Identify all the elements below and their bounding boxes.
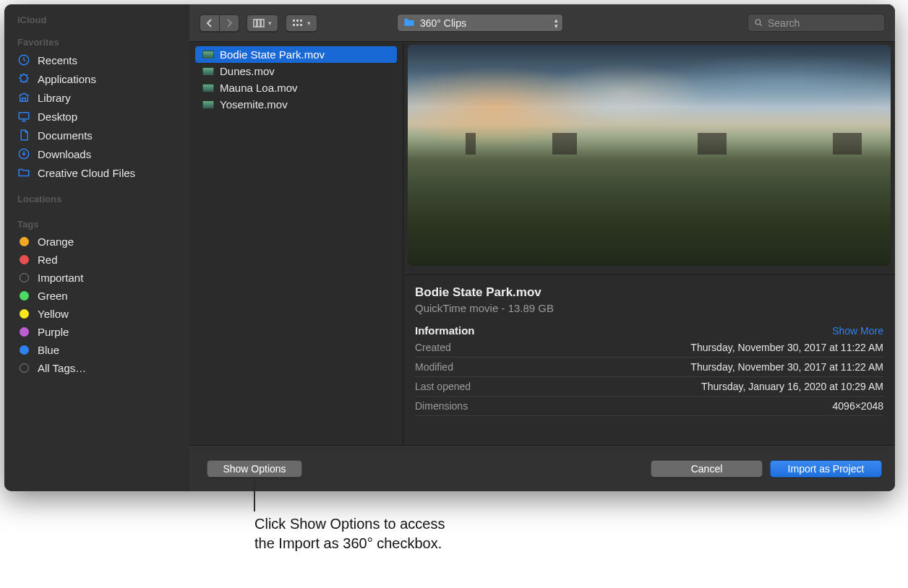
- sidebar-tag-important[interactable]: Important: [4, 269, 189, 287]
- desktop-icon: [17, 110, 30, 123]
- info-heading: Information: [415, 324, 475, 337]
- sidebar-item-label: Green: [38, 290, 68, 302]
- preview-thumbnail: [408, 45, 891, 266]
- svg-rect-4: [257, 20, 260, 27]
- dialog-footer: Show Options Cancel Import as Project: [189, 445, 895, 491]
- sidebar-tag-red[interactable]: Red: [4, 251, 189, 269]
- file-label: Mauna Loa.mov: [220, 82, 298, 94]
- sidebar-item-label: Red: [38, 254, 58, 266]
- tag-dot-icon: [17, 255, 30, 264]
- info-key: Created: [415, 338, 520, 358]
- library-icon: [17, 91, 30, 104]
- tag-dot-icon: [17, 363, 30, 373]
- file-label: Yosemite.mov: [220, 98, 288, 111]
- sidebar-tag-purple[interactable]: Purple: [4, 323, 189, 341]
- svg-rect-1: [19, 113, 29, 119]
- sidebar: iCloud Favorites Recents Applications Li…: [4, 4, 189, 491]
- svg-rect-9: [293, 24, 295, 26]
- svg-rect-10: [296, 24, 299, 26]
- content-area: Bodie State Park.movDunes.movMauna Loa.m…: [189, 42, 895, 445]
- search-placeholder: Search: [768, 17, 800, 29]
- tag-dot-icon: [17, 309, 30, 319]
- chevron-down-icon: ▾: [268, 20, 272, 27]
- sidebar-section-favorites: Favorites: [4, 33, 189, 51]
- sidebar-tag-blue[interactable]: Blue: [4, 341, 189, 359]
- back-button[interactable]: [200, 14, 219, 32]
- sidebar-section-tags: Tags: [4, 215, 189, 233]
- search-icon: [754, 18, 763, 27]
- sidebar-item-desktop[interactable]: Desktop: [4, 107, 189, 126]
- info-key: Last opened: [415, 377, 520, 397]
- show-options-button[interactable]: Show Options: [207, 460, 302, 477]
- info-row: Dimensions4096×2048: [415, 397, 883, 416]
- tag-dot-icon: [17, 345, 30, 355]
- toolbar: ▾ ▾ 360° Clips ▴▾ Search: [189, 4, 895, 42]
- folder-icon: [17, 166, 30, 179]
- sidebar-item-label: Desktop: [38, 111, 77, 123]
- import-button[interactable]: Import as Project: [770, 460, 882, 477]
- info-key: Modified: [415, 358, 520, 377]
- sidebar-item-documents[interactable]: Documents: [4, 126, 189, 144]
- sidebar-item-label: Yellow: [38, 308, 69, 320]
- info-row: ModifiedThursday, November 30, 2017 at 1…: [415, 358, 883, 377]
- callout-leader-line: [254, 480, 255, 511]
- tag-dot-icon: [17, 291, 30, 301]
- tag-dot-icon: [17, 327, 30, 337]
- downloads-icon: [17, 147, 30, 160]
- tag-dot-icon: [17, 237, 30, 246]
- sidebar-item-label: Orange: [38, 235, 74, 248]
- clock-icon: [17, 53, 30, 66]
- file-row[interactable]: Bodie State Park.mov: [195, 46, 397, 63]
- sidebar-tag-orange[interactable]: Orange: [4, 233, 189, 251]
- sidebar-item-library[interactable]: Library: [4, 88, 189, 107]
- sidebar-item-label: Downloads: [38, 148, 91, 160]
- file-row[interactable]: Mauna Loa.mov: [195, 79, 397, 96]
- sidebar-item-label: Purple: [38, 326, 69, 338]
- updown-icon: ▴▾: [554, 17, 558, 29]
- arrange-button[interactable]: ▾: [286, 14, 317, 32]
- sidebar-item-label: Blue: [38, 344, 59, 356]
- view-mode-button[interactable]: ▾: [247, 14, 278, 32]
- document-icon: [17, 129, 30, 142]
- search-input[interactable]: Search: [748, 14, 885, 32]
- movie-thumb-icon: [202, 84, 214, 92]
- svg-rect-6: [293, 20, 295, 22]
- info-value: Thursday, November 30, 2017 at 11:22 AM: [520, 358, 883, 377]
- sidebar-section-locations: Locations: [4, 189, 189, 207]
- sidebar-item-applications[interactable]: Applications: [4, 69, 189, 88]
- sidebar-tag-all-tags-[interactable]: All Tags…: [4, 359, 189, 377]
- svg-rect-11: [300, 24, 302, 26]
- svg-rect-5: [261, 20, 264, 27]
- movie-thumb-icon: [202, 51, 214, 59]
- applications-icon: [17, 72, 30, 85]
- file-label: Dunes.mov: [220, 65, 275, 77]
- cancel-button[interactable]: Cancel: [651, 460, 763, 477]
- file-row[interactable]: Yosemite.mov: [195, 96, 397, 113]
- movie-thumb-icon: [202, 100, 214, 108]
- sidebar-section-icloud: iCloud: [4, 10, 189, 28]
- show-more-link[interactable]: Show More: [832, 325, 883, 337]
- sidebar-item-label: Applications: [38, 73, 96, 85]
- finder-open-dialog: iCloud Favorites Recents Applications Li…: [4, 4, 895, 491]
- callout-annotation: Click Show Options to access the Import …: [254, 514, 457, 553]
- sidebar-item-recents[interactable]: Recents: [4, 51, 189, 69]
- svg-point-12: [755, 20, 761, 25]
- preview-subtitle: QuickTime movie - 13.89 GB: [415, 302, 883, 314]
- folder-path-select[interactable]: 360° Clips ▴▾: [397, 14, 563, 32]
- file-label: Bodie State Park.mov: [220, 48, 325, 61]
- sidebar-tag-yellow[interactable]: Yellow: [4, 305, 189, 323]
- info-value: Thursday, November 30, 2017 at 11:22 AM: [520, 338, 883, 358]
- sidebar-tag-green[interactable]: Green: [4, 287, 189, 305]
- sidebar-item-label: Creative Cloud Files: [38, 167, 135, 179]
- chevron-down-icon: ▾: [307, 20, 311, 27]
- folder-icon: [403, 17, 415, 29]
- sidebar-item-label: All Tags…: [38, 362, 86, 374]
- file-row[interactable]: Dunes.mov: [195, 63, 397, 79]
- info-row: Last openedThursday, January 16, 2020 at…: [415, 377, 883, 397]
- sidebar-item-creative-cloud[interactable]: Creative Cloud Files: [4, 163, 189, 182]
- file-list[interactable]: Bodie State Park.movDunes.movMauna Loa.m…: [189, 42, 403, 445]
- info-key: Dimensions: [415, 397, 520, 416]
- sidebar-item-downloads[interactable]: Downloads: [4, 144, 189, 163]
- preview-title: Bodie State Park.mov: [415, 285, 883, 300]
- forward-button[interactable]: [219, 14, 239, 32]
